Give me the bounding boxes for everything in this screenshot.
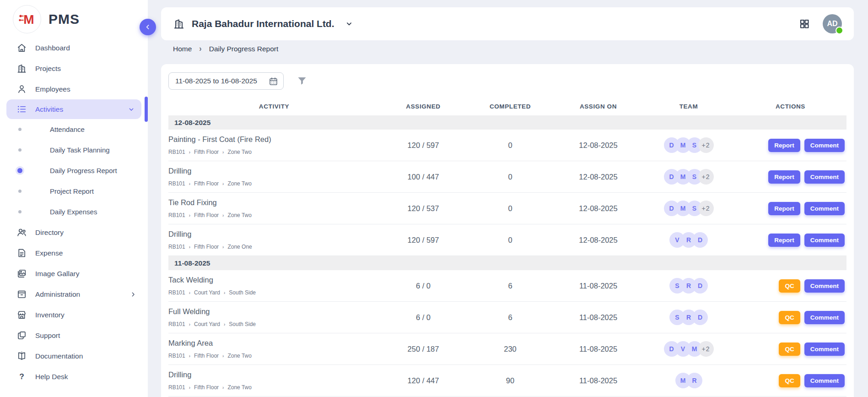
comment-button[interactable]: Comment — [804, 139, 845, 152]
activity-location-segment: RB101 — [168, 212, 185, 218]
sidebar-item-label: Inventory — [35, 311, 65, 319]
person-icon — [16, 84, 27, 94]
date-group-header: 11-08-2025 — [168, 256, 846, 270]
qc-button[interactable]: QC — [779, 279, 800, 293]
column-header-activity: ACTIVITY — [168, 103, 380, 110]
company-selector[interactable]: Raja Bahadur International Ltd. — [173, 18, 353, 30]
breadcrumb-home[interactable]: Home — [173, 45, 192, 53]
table-row: Painting - First Coat (Fire Red)RB101›Fi… — [168, 130, 846, 161]
sidebar-item-activities[interactable]: Activities — [6, 99, 141, 119]
sidebar-subitem-label: Daily Expenses — [50, 208, 97, 216]
sidebar-subitem-daily-expenses[interactable]: Daily Expenses — [0, 201, 148, 222]
sidebar-item-employees[interactable]: Employees — [0, 79, 148, 99]
comment-button[interactable]: Comment — [804, 170, 845, 184]
report-button[interactable]: Report — [768, 234, 800, 247]
breadcrumb-current: Daily Progress Report — [209, 45, 279, 53]
chevron-right-icon: › — [222, 245, 224, 250]
report-button[interactable]: Report — [768, 170, 800, 184]
comment-button[interactable]: Comment — [804, 374, 845, 387]
team-avatars: SRD — [643, 310, 734, 325]
chevron-left-icon — [144, 23, 151, 31]
sidebar-subitem-attendance[interactable]: Attendance — [0, 119, 148, 140]
team-member-avatar[interactable]: R — [687, 373, 702, 388]
row-actions: QCComment — [734, 279, 846, 293]
activity-title: Tie Rod Fixing — [168, 198, 375, 207]
sidebar-item-label: Expense — [35, 249, 63, 257]
assign-on-date: 11-08-2025 — [554, 282, 643, 290]
qc-button[interactable]: QC — [779, 343, 800, 356]
activity-title: Drilling — [168, 370, 375, 379]
list-icon — [16, 104, 27, 114]
sidebar-item-support[interactable]: Support — [0, 325, 148, 346]
activity-location-segment: Court Yard — [194, 321, 220, 327]
home-icon — [16, 43, 27, 53]
sidebar-item-label: Support — [35, 332, 60, 340]
sidebar-item-documentation[interactable]: Documentation — [0, 346, 148, 366]
team-more-badge[interactable]: +2 — [698, 169, 714, 185]
completed-value: 230 — [467, 345, 554, 353]
sidebar-subitem-daily-progress-report[interactable]: Daily Progress Report — [0, 160, 148, 181]
report-button[interactable]: Report — [768, 202, 800, 215]
sidebar-subitem-label: Daily Task Planning — [50, 146, 110, 154]
apps-grid-button[interactable] — [799, 18, 810, 29]
team-member-avatar[interactable]: D — [692, 310, 708, 325]
qc-button[interactable]: QC — [779, 311, 800, 324]
activity-location: RB101›Fifth Floor›Zone Two — [168, 353, 375, 359]
comment-button[interactable]: Comment — [804, 279, 845, 293]
bullet-dot-icon — [18, 210, 22, 213]
assigned-value: 120 / 447 — [380, 376, 467, 385]
team-more-badge[interactable]: +2 — [698, 341, 714, 357]
row-actions: QCComment — [734, 311, 846, 324]
team-more-badge[interactable]: +2 — [698, 137, 714, 153]
team-more-badge[interactable]: +2 — [698, 201, 714, 216]
comment-button[interactable]: Comment — [804, 343, 845, 356]
sidebar-item-administration[interactable]: Administration — [0, 284, 148, 305]
chevron-right-icon: › — [189, 213, 190, 218]
calendar-icon — [269, 76, 278, 86]
assign-on-date: 11-08-2025 — [554, 313, 643, 322]
sidebar-subitem-project-report[interactable]: Project Report — [0, 181, 148, 201]
table-body: 12-08-2025Painting - First Coat (Fire Re… — [168, 115, 846, 397]
daily-progress-report-panel: 11-08-2025 to 16-08-2025 ACTIVITY ASSIGN… — [161, 64, 854, 397]
sidebar-item-projects[interactable]: Projects — [0, 58, 148, 79]
sidebar-subitem-label: Daily Progress Report — [50, 167, 117, 174]
sidebar-item-help-desk[interactable]: ?Help Desk — [0, 366, 148, 387]
date-range-input[interactable]: 11-08-2025 to 16-08-2025 — [168, 72, 284, 90]
sidebar-item-dashboard[interactable]: Dashboard — [0, 38, 148, 58]
sidebar-item-label: Employees — [35, 85, 70, 93]
completed-value: 6 — [467, 313, 554, 322]
assigned-value: 6 / 0 — [380, 282, 467, 290]
chevron-right-icon: › — [189, 245, 190, 250]
bullet-dot-icon — [18, 190, 22, 193]
sidebar-item-expense[interactable]: Expense — [0, 243, 148, 263]
sidebar: M PMS DashboardProjectsEmployeesActiviti… — [0, 0, 148, 397]
report-button[interactable]: Report — [768, 139, 800, 152]
sidebar-collapse-button[interactable] — [140, 19, 156, 35]
sidebar-item-directory[interactable]: Directory — [0, 222, 148, 243]
row-actions: ReportComment — [734, 139, 846, 152]
sidebar-item-inventory[interactable]: Inventory — [0, 305, 148, 325]
qc-button[interactable]: QC — [779, 374, 800, 387]
sidebar-subitem-daily-task-planning[interactable]: Daily Task Planning — [0, 140, 148, 160]
activity-location: RB101›Fifth Floor›Zone Two — [168, 180, 375, 187]
chevron-right-icon: › — [224, 290, 225, 295]
chevron-right-icon: › — [199, 44, 201, 54]
team-member-avatar[interactable]: D — [692, 278, 708, 294]
comment-button[interactable]: Comment — [804, 311, 845, 324]
comment-button[interactable]: Comment — [804, 234, 845, 247]
team-member-avatar[interactable]: D — [692, 232, 708, 248]
funnel-icon — [297, 76, 307, 87]
chevron-down-icon — [128, 106, 135, 113]
sidebar-item-image-gallary[interactable]: Image Gallary — [0, 263, 148, 284]
activity-location: RB101›Fifth Floor›Zone Two — [168, 212, 375, 218]
assign-on-date: 12-08-2025 — [554, 173, 643, 181]
assign-on-date: 12-08-2025 — [554, 141, 643, 150]
team-avatars: DMS+2 — [643, 137, 734, 153]
activity-location: RB101›Court Yard›South Side — [168, 321, 375, 327]
svg-text:?: ? — [19, 372, 24, 381]
activity-location-segment: RB101 — [168, 180, 185, 187]
activity-location-segment: RB101 — [168, 289, 185, 296]
user-avatar[interactable]: AD — [823, 14, 842, 33]
filter-button[interactable] — [297, 76, 307, 87]
comment-button[interactable]: Comment — [804, 202, 845, 215]
